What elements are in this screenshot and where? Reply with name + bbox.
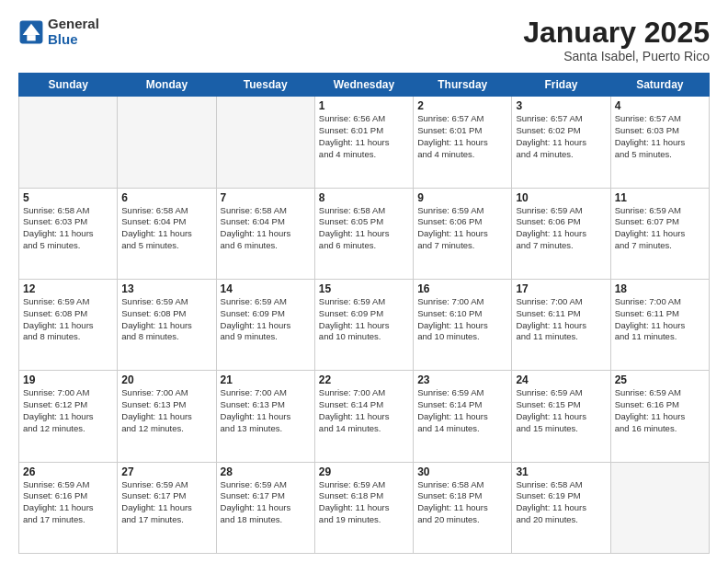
- day-info: Sunrise: 6:57 AMSunset: 6:03 PMDaylight:…: [615, 113, 705, 160]
- day-number: 10: [516, 191, 606, 204]
- day-number: 12: [23, 282, 113, 295]
- day-number: 3: [516, 99, 606, 112]
- day-number: 30: [417, 465, 507, 478]
- day-number: 16: [417, 282, 507, 295]
- day-info: Sunrise: 6:58 AMSunset: 6:04 PMDaylight:…: [221, 205, 311, 252]
- day-info: Sunrise: 6:59 AMSunset: 6:08 PMDaylight:…: [121, 296, 211, 343]
- calendar-cell: 7Sunrise: 6:58 AMSunset: 6:04 PMDaylight…: [216, 188, 314, 279]
- day-number: 1: [319, 99, 409, 112]
- title-block: January 2025 Santa Isabel, Puerto Rico: [523, 17, 710, 63]
- svg-rect-2: [27, 35, 35, 40]
- calendar-cell: 13Sunrise: 6:59 AMSunset: 6:08 PMDayligh…: [118, 279, 216, 370]
- calendar-cell: 23Sunrise: 6:59 AMSunset: 6:14 PMDayligh…: [414, 371, 512, 462]
- calendar-cell: 1Sunrise: 6:56 AMSunset: 6:01 PMDaylight…: [314, 97, 413, 188]
- calendar-cell: [118, 97, 216, 188]
- col-header-friday: Friday: [512, 74, 610, 97]
- calendar-cell: 29Sunrise: 6:59 AMSunset: 6:18 PMDayligh…: [314, 462, 413, 553]
- week-row-1: 1Sunrise: 6:56 AMSunset: 6:01 PMDaylight…: [19, 97, 710, 188]
- calendar-cell: 17Sunrise: 7:00 AMSunset: 6:11 PMDayligh…: [512, 279, 610, 370]
- day-number: 13: [121, 282, 211, 295]
- calendar-cell: 12Sunrise: 6:59 AMSunset: 6:08 PMDayligh…: [19, 279, 118, 370]
- day-number: 31: [516, 465, 606, 478]
- calendar-cell: 10Sunrise: 6:59 AMSunset: 6:06 PMDayligh…: [512, 188, 610, 279]
- calendar-cell: 16Sunrise: 7:00 AMSunset: 6:10 PMDayligh…: [414, 279, 512, 370]
- day-number: 29: [319, 465, 409, 478]
- day-info: Sunrise: 6:58 AMSunset: 6:03 PMDaylight:…: [23, 205, 113, 252]
- col-header-tuesday: Tuesday: [216, 74, 314, 97]
- week-row-3: 12Sunrise: 6:59 AMSunset: 6:08 PMDayligh…: [19, 279, 710, 370]
- calendar-cell: 11Sunrise: 6:59 AMSunset: 6:07 PMDayligh…: [610, 188, 709, 279]
- logo-icon: [18, 19, 44, 45]
- day-info: Sunrise: 6:59 AMSunset: 6:09 PMDaylight:…: [319, 296, 409, 343]
- calendar-cell: 19Sunrise: 7:00 AMSunset: 6:12 PMDayligh…: [19, 371, 118, 462]
- day-info: Sunrise: 6:58 AMSunset: 6:19 PMDaylight:…: [516, 479, 606, 526]
- day-number: 17: [516, 282, 606, 295]
- day-info: Sunrise: 6:58 AMSunset: 6:04 PMDaylight:…: [121, 205, 211, 252]
- day-info: Sunrise: 7:00 AMSunset: 6:10 PMDaylight:…: [417, 296, 507, 343]
- day-info: Sunrise: 6:59 AMSunset: 6:18 PMDaylight:…: [319, 479, 409, 526]
- day-info: Sunrise: 7:00 AMSunset: 6:12 PMDaylight:…: [23, 387, 113, 434]
- calendar-cell: [19, 97, 118, 188]
- day-number: 2: [417, 99, 507, 112]
- calendar-cell: 6Sunrise: 6:58 AMSunset: 6:04 PMDaylight…: [118, 188, 216, 279]
- day-number: 25: [615, 373, 705, 386]
- day-info: Sunrise: 6:59 AMSunset: 6:16 PMDaylight:…: [615, 387, 705, 434]
- calendar-cell: 22Sunrise: 7:00 AMSunset: 6:14 PMDayligh…: [314, 371, 413, 462]
- day-number: 24: [516, 373, 606, 386]
- day-info: Sunrise: 6:59 AMSunset: 6:14 PMDaylight:…: [417, 387, 507, 434]
- calendar-cell: 28Sunrise: 6:59 AMSunset: 6:17 PMDayligh…: [216, 462, 314, 553]
- day-info: Sunrise: 6:59 AMSunset: 6:07 PMDaylight:…: [615, 205, 705, 252]
- day-info: Sunrise: 6:59 AMSunset: 6:09 PMDaylight:…: [221, 296, 311, 343]
- day-info: Sunrise: 6:59 AMSunset: 6:16 PMDaylight:…: [23, 479, 113, 526]
- day-number: 15: [319, 282, 409, 295]
- calendar-cell: 25Sunrise: 6:59 AMSunset: 6:16 PMDayligh…: [610, 371, 709, 462]
- day-number: 18: [615, 282, 705, 295]
- day-number: 4: [615, 99, 705, 112]
- calendar-cell: 31Sunrise: 6:58 AMSunset: 6:19 PMDayligh…: [512, 462, 610, 553]
- calendar-cell: 30Sunrise: 6:58 AMSunset: 6:18 PMDayligh…: [414, 462, 512, 553]
- day-number: 27: [121, 465, 211, 478]
- header: General Blue January 2025 Santa Isabel, …: [18, 17, 710, 63]
- day-number: 28: [221, 465, 311, 478]
- calendar-cell: 15Sunrise: 6:59 AMSunset: 6:09 PMDayligh…: [314, 279, 413, 370]
- calendar-cell: 8Sunrise: 6:58 AMSunset: 6:05 PMDaylight…: [314, 188, 413, 279]
- day-info: Sunrise: 6:59 AMSunset: 6:06 PMDaylight:…: [417, 205, 507, 252]
- day-info: Sunrise: 6:56 AMSunset: 6:01 PMDaylight:…: [319, 113, 409, 160]
- calendar-cell: 18Sunrise: 7:00 AMSunset: 6:11 PMDayligh…: [610, 279, 709, 370]
- col-header-wednesday: Wednesday: [314, 74, 413, 97]
- day-info: Sunrise: 6:59 AMSunset: 6:17 PMDaylight:…: [121, 479, 211, 526]
- day-number: 26: [23, 465, 113, 478]
- day-info: Sunrise: 6:59 AMSunset: 6:08 PMDaylight:…: [23, 296, 113, 343]
- page: General Blue January 2025 Santa Isabel, …: [0, 0, 728, 563]
- calendar-cell: 9Sunrise: 6:59 AMSunset: 6:06 PMDaylight…: [414, 188, 512, 279]
- calendar-cell: 2Sunrise: 6:57 AMSunset: 6:01 PMDaylight…: [414, 97, 512, 188]
- calendar-table: SundayMondayTuesdayWednesdayThursdayFrid…: [18, 73, 710, 554]
- logo: General Blue: [18, 17, 99, 47]
- calendar-cell: 4Sunrise: 6:57 AMSunset: 6:03 PMDaylight…: [610, 97, 709, 188]
- week-row-5: 26Sunrise: 6:59 AMSunset: 6:16 PMDayligh…: [19, 462, 710, 553]
- day-number: 9: [417, 191, 507, 204]
- day-number: 22: [319, 373, 409, 386]
- day-info: Sunrise: 6:57 AMSunset: 6:02 PMDaylight:…: [516, 113, 606, 160]
- calendar-subtitle: Santa Isabel, Puerto Rico: [523, 49, 710, 63]
- week-row-2: 5Sunrise: 6:58 AMSunset: 6:03 PMDaylight…: [19, 188, 710, 279]
- day-info: Sunrise: 6:58 AMSunset: 6:18 PMDaylight:…: [417, 479, 507, 526]
- col-header-sunday: Sunday: [19, 74, 118, 97]
- day-info: Sunrise: 7:00 AMSunset: 6:13 PMDaylight:…: [121, 387, 211, 434]
- calendar-cell: [610, 462, 709, 553]
- calendar-header-row: SundayMondayTuesdayWednesdayThursdayFrid…: [19, 74, 710, 97]
- day-info: Sunrise: 7:00 AMSunset: 6:11 PMDaylight:…: [516, 296, 606, 343]
- calendar-cell: [216, 97, 314, 188]
- col-header-thursday: Thursday: [414, 74, 512, 97]
- calendar-cell: 24Sunrise: 6:59 AMSunset: 6:15 PMDayligh…: [512, 371, 610, 462]
- logo-general-text: General: [48, 17, 99, 32]
- day-info: Sunrise: 6:59 AMSunset: 6:06 PMDaylight:…: [516, 205, 606, 252]
- calendar-cell: 3Sunrise: 6:57 AMSunset: 6:02 PMDaylight…: [512, 97, 610, 188]
- calendar-cell: 21Sunrise: 7:00 AMSunset: 6:13 PMDayligh…: [216, 371, 314, 462]
- col-header-monday: Monday: [118, 74, 216, 97]
- calendar-cell: 20Sunrise: 7:00 AMSunset: 6:13 PMDayligh…: [118, 371, 216, 462]
- day-info: Sunrise: 6:59 AMSunset: 6:17 PMDaylight:…: [221, 479, 311, 526]
- day-number: 8: [319, 191, 409, 204]
- col-header-saturday: Saturday: [610, 74, 709, 97]
- day-number: 11: [615, 191, 705, 204]
